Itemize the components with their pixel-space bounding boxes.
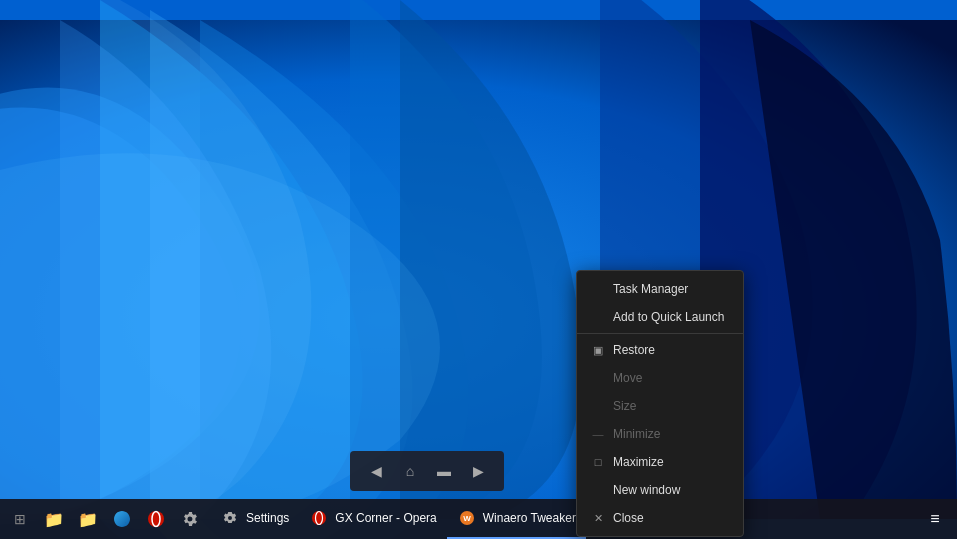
restore-icon: ▣ (591, 343, 605, 357)
maximize-icon: □ (591, 455, 605, 469)
menu-item-task-manager[interactable]: Task Manager (577, 275, 743, 303)
menu-item-move: Move (577, 364, 743, 392)
opera-gx-icon (309, 508, 329, 528)
gx-corner-label: GX Corner - Opera (335, 511, 436, 525)
task-manager-icon (591, 282, 605, 296)
taskbar-icon-gear[interactable] (174, 503, 206, 535)
menu-item-new-window[interactable]: New window (577, 476, 743, 504)
size-icon (591, 399, 605, 413)
taskbar-icon-opera[interactable] (140, 503, 172, 535)
menu-separator-1 (577, 333, 743, 334)
media-prev-button[interactable]: ◀ (362, 457, 390, 485)
settings-label: Settings (246, 511, 289, 525)
menu-item-minimize: — Minimize (577, 420, 743, 448)
svg-point-1 (148, 511, 164, 527)
media-window-button[interactable]: ▬ (430, 457, 458, 485)
menu-item-restore[interactable]: ▣ Restore (577, 336, 743, 364)
taskbar-item-settings[interactable]: Settings (210, 499, 299, 539)
add-quick-launch-icon (591, 310, 605, 324)
svg-text:W: W (463, 514, 471, 523)
minimize-icon: — (591, 427, 605, 441)
taskbar-icon-folder2[interactable]: 📁 (72, 503, 104, 535)
taskbar-icon-folder1[interactable]: 📁 (38, 503, 70, 535)
media-next-button[interactable]: ▶ (464, 457, 492, 485)
context-menu: Task Manager Add to Quick Launch ▣ Resto… (576, 270, 744, 537)
media-home-button[interactable]: ⌂ (396, 457, 424, 485)
winaero-icon: W (457, 508, 477, 528)
menu-item-maximize[interactable]: □ Maximize (577, 448, 743, 476)
taskbar: ⊞ 📁 📁 (0, 499, 957, 539)
taskbar-overflow-button[interactable]: ≡ (921, 505, 949, 533)
close-icon: ✕ (591, 511, 605, 525)
menu-item-add-quick-launch[interactable]: Add to Quick Launch (577, 303, 743, 331)
taskbar-icon-explorer[interactable]: ⊞ (4, 503, 36, 535)
taskbar-item-winaero[interactable]: W Winaero Tweaker (447, 499, 586, 539)
winaero-label: Winaero Tweaker (483, 511, 576, 525)
taskbar-icon-edge[interactable] (106, 503, 138, 535)
desktop: ◀ ⌂ ▬ ▶ Task Manager Add to Quick Launch… (0, 0, 957, 539)
svg-point-3 (312, 511, 326, 525)
menu-item-size: Size (577, 392, 743, 420)
move-icon (591, 371, 605, 385)
menu-item-close[interactable]: ✕ Close (577, 504, 743, 532)
taskbar-right-section: ≡ (921, 505, 957, 533)
taskbar-left-section: ⊞ 📁 📁 (0, 503, 210, 535)
settings-icon (220, 508, 240, 528)
taskbar-item-gx-corner[interactable]: GX Corner - Opera (299, 499, 446, 539)
new-window-icon (591, 483, 605, 497)
media-control-bar: ◀ ⌂ ▬ ▶ (350, 451, 504, 491)
